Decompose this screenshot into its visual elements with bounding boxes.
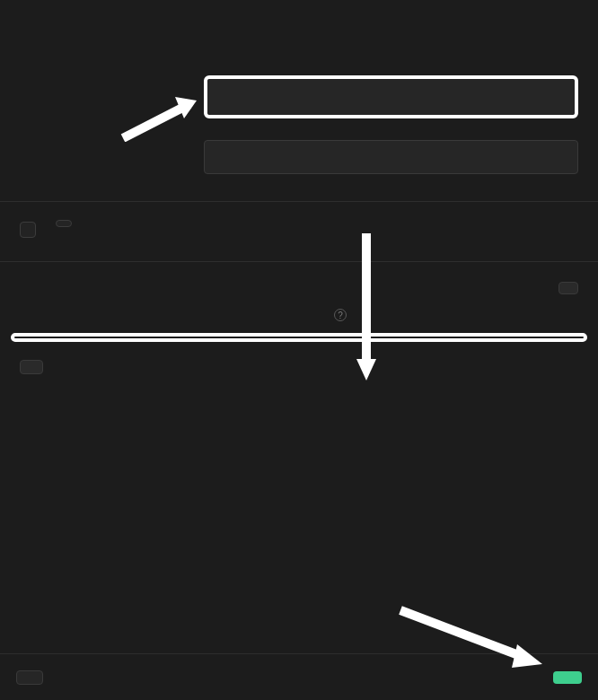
columns-header-row: ? bbox=[0, 300, 598, 330]
table-desc-input[interactable] bbox=[204, 140, 578, 174]
import-spreadsheet-button[interactable] bbox=[558, 282, 578, 294]
cancel-button[interactable] bbox=[16, 670, 43, 685]
help-icon[interactable]: ? bbox=[334, 309, 347, 321]
rls-recommended-badge bbox=[56, 220, 72, 227]
table-name-input[interactable] bbox=[207, 79, 575, 115]
rls-checkbox[interactable] bbox=[20, 222, 36, 238]
save-button[interactable] bbox=[553, 671, 582, 684]
add-column-button[interactable] bbox=[20, 360, 43, 374]
